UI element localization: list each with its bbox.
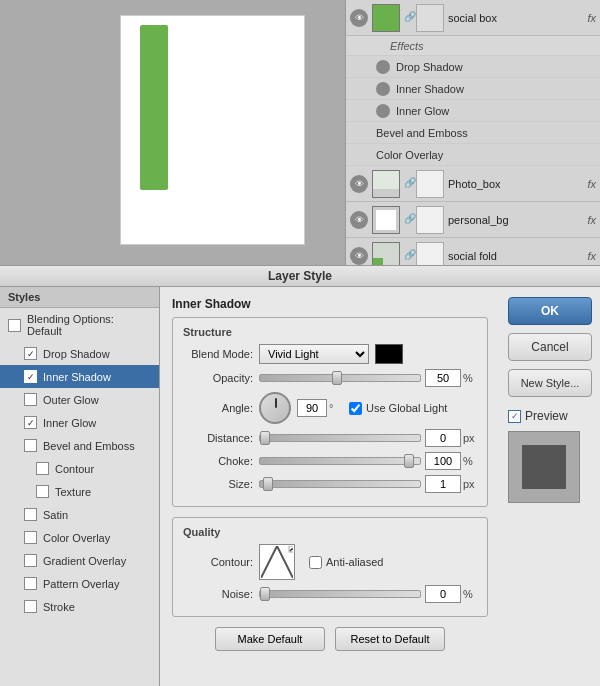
new-style-button[interactable]: New Style... xyxy=(508,369,592,397)
ok-button[interactable]: OK xyxy=(508,297,592,325)
reset-to-default-button[interactable]: Reset to Default xyxy=(335,627,445,651)
distance-input[interactable] xyxy=(425,429,461,447)
layer-eye-icon[interactable]: 👁 xyxy=(350,247,368,265)
layer-row-social-box[interactable]: 👁 🔗 social box fx xyxy=(346,0,600,36)
use-global-light-label[interactable]: Use Global Light xyxy=(349,402,447,415)
contour-checkbox[interactable] xyxy=(36,462,49,475)
layer-name[interactable]: social fold xyxy=(448,250,583,262)
opacity-slider-thumb[interactable] xyxy=(332,371,342,385)
anti-aliased-label[interactable]: Anti-aliased xyxy=(309,556,383,569)
inner-glow-checkbox[interactable] xyxy=(24,416,37,429)
color-swatch[interactable] xyxy=(375,344,403,364)
blending-options-checkbox[interactable] xyxy=(8,319,21,332)
style-color-overlay[interactable]: Color Overlay xyxy=(0,526,159,549)
layer-name[interactable]: personal_bg xyxy=(448,214,583,226)
preview-thumbnail xyxy=(508,431,580,503)
choke-thumb[interactable] xyxy=(404,454,414,468)
style-bevel-emboss[interactable]: Bevel and Emboss xyxy=(0,434,159,457)
blend-mode-select[interactable]: Vivid Light xyxy=(259,344,369,364)
style-outer-glow[interactable]: Outer Glow xyxy=(0,388,159,411)
noise-label: Noise: xyxy=(183,588,253,600)
size-thumb[interactable] xyxy=(263,477,273,491)
gradient-overlay-checkbox[interactable] xyxy=(24,554,37,567)
blend-mode-row: Blend Mode: Vivid Light xyxy=(183,344,477,364)
noise-slider[interactable] xyxy=(259,590,421,598)
noise-input[interactable] xyxy=(425,585,461,603)
angle-input[interactable] xyxy=(297,399,327,417)
angle-dial[interactable] xyxy=(259,392,291,424)
effect-color-overlay[interactable]: Color Overlay xyxy=(346,144,600,166)
effect-item-effects: Effects xyxy=(346,36,600,56)
style-inner-glow[interactable]: Inner Glow xyxy=(0,411,159,434)
distance-slider[interactable] xyxy=(259,434,421,442)
layer-fx-badge: fx xyxy=(587,250,596,262)
effect-drop-shadow[interactable]: Drop Shadow xyxy=(346,56,600,78)
blend-mode-label: Blend Mode: xyxy=(183,348,253,360)
inner-shadow-checkbox[interactable]: ✓ xyxy=(24,370,37,383)
effect-eye[interactable] xyxy=(376,104,390,118)
choke-slider[interactable] xyxy=(259,457,421,465)
style-drop-shadow[interactable]: Drop Shadow xyxy=(0,342,159,365)
layer-eye-icon[interactable]: 👁 xyxy=(350,175,368,193)
style-texture[interactable]: Texture xyxy=(0,480,159,503)
size-label: Size: xyxy=(183,478,253,490)
effect-bevel-emboss[interactable]: Bevel and Emboss xyxy=(346,122,600,144)
anti-aliased-checkbox[interactable] xyxy=(309,556,322,569)
bottom-buttons: Make Default Reset to Default xyxy=(172,627,488,651)
right-panel: OK Cancel New Style... Preview xyxy=(500,287,600,686)
effect-eye[interactable] xyxy=(376,82,390,96)
layer-row-photo-box[interactable]: 👁 🔗 Photo_box fx xyxy=(346,166,600,202)
style-satin[interactable]: Satin xyxy=(0,503,159,526)
canvas-green-rect xyxy=(140,25,168,190)
preview-label-row: Preview xyxy=(508,409,568,423)
layer-thumb xyxy=(372,206,400,234)
contour-thumbnail[interactable] xyxy=(259,544,295,580)
cancel-button[interactable]: Cancel xyxy=(508,333,592,361)
stroke-checkbox[interactable] xyxy=(24,600,37,613)
distance-unit: px xyxy=(463,432,477,444)
choke-row: Choke: % xyxy=(183,452,477,470)
layer-eye-icon[interactable]: 👁 xyxy=(350,211,368,229)
layer-row-personal-bg[interactable]: 👁 🔗 personal_bg fx xyxy=(346,202,600,238)
layer-row-social-fold[interactable]: 👁 🔗 social fold fx xyxy=(346,238,600,265)
style-inner-shadow[interactable]: ✓ Inner Shadow xyxy=(0,365,159,388)
opacity-unit: % xyxy=(463,372,477,384)
texture-checkbox[interactable] xyxy=(36,485,49,498)
drop-shadow-checkbox[interactable] xyxy=(24,347,37,360)
effect-eye[interactable] xyxy=(376,60,390,74)
opacity-label: Opacity: xyxy=(183,372,253,384)
bevel-emboss-checkbox[interactable] xyxy=(24,439,37,452)
satin-checkbox[interactable] xyxy=(24,508,37,521)
layer-name[interactable]: Photo_box xyxy=(448,178,583,190)
noise-thumb[interactable] xyxy=(260,587,270,601)
make-default-button[interactable]: Make Default xyxy=(215,627,325,651)
layer-style-bar: Layer Style xyxy=(0,265,600,287)
style-gradient-overlay[interactable]: Gradient Overlay xyxy=(0,549,159,572)
layer-name[interactable]: social box xyxy=(448,12,583,24)
effect-inner-glow[interactable]: Inner Glow xyxy=(346,100,600,122)
style-contour[interactable]: Contour xyxy=(0,457,159,480)
style-stroke[interactable]: Stroke xyxy=(0,595,159,618)
style-pattern-overlay[interactable]: Pattern Overlay xyxy=(0,572,159,595)
layer-mask-thumb xyxy=(416,4,444,32)
style-blending-options[interactable]: Blending Options: Default xyxy=(0,308,159,342)
opacity-slider-track[interactable] xyxy=(259,374,421,382)
distance-thumb[interactable] xyxy=(260,431,270,445)
size-slider[interactable] xyxy=(259,480,421,488)
pattern-overlay-checkbox[interactable] xyxy=(24,577,37,590)
preview-checkbox[interactable] xyxy=(508,410,521,423)
distance-row: Distance: px xyxy=(183,429,477,447)
color-overlay-checkbox[interactable] xyxy=(24,531,37,544)
opacity-input[interactable] xyxy=(425,369,461,387)
angle-hand xyxy=(275,398,277,408)
styles-list: Styles Blending Options: Default Drop Sh… xyxy=(0,287,160,686)
layer-eye-icon[interactable]: 👁 xyxy=(350,9,368,27)
outer-glow-checkbox[interactable] xyxy=(24,393,37,406)
styles-list-header: Styles xyxy=(0,287,159,308)
size-input[interactable] xyxy=(425,475,461,493)
use-global-light-checkbox[interactable] xyxy=(349,402,362,415)
choke-input[interactable] xyxy=(425,452,461,470)
noise-row: Noise: % xyxy=(183,585,477,603)
layer-chain-icon: 🔗 xyxy=(404,177,414,191)
effect-inner-shadow[interactable]: Inner Shadow xyxy=(346,78,600,100)
